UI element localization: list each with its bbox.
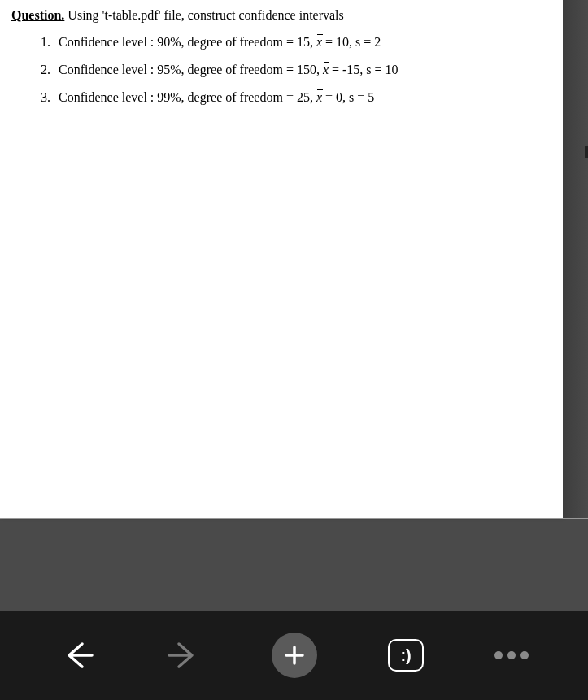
xbar-symbol: x — [323, 60, 329, 80]
list-text: Confidence level : 99%, degree of freedo… — [59, 88, 551, 107]
xbar-symbol: x — [316, 33, 322, 52]
list-item: 1. Confidence level : 90%, degree of fre… — [41, 33, 551, 52]
back-button[interactable] — [59, 637, 95, 673]
list-text: Confidence level : 95%, degree of freedo… — [59, 60, 551, 80]
list-text: Confidence level : 90%, degree of freedo… — [59, 33, 551, 52]
list-number: 1. — [41, 33, 59, 52]
list-number: 3. — [41, 88, 59, 107]
question-prompt: Using 't-table.pdf' file, construct conf… — [68, 8, 343, 22]
edge-line — [563, 215, 588, 215]
more-icon — [494, 651, 529, 659]
edge-mark — [585, 146, 588, 158]
more-button[interactable] — [494, 651, 529, 659]
page-edge — [563, 0, 588, 518]
smiley-icon: :) — [388, 639, 424, 672]
add-button[interactable] — [272, 633, 317, 678]
separator — [0, 518, 588, 519]
document-page: Question. Using 't-table.pdf' file, cons… — [0, 0, 563, 518]
bottom-toolbar: :) — [0, 611, 588, 700]
forward-button[interactable] — [166, 637, 202, 673]
reaction-button[interactable]: :) — [388, 639, 424, 672]
list-item: 3. Confidence level : 99%, degree of fre… — [41, 88, 551, 107]
arrow-left-icon — [59, 637, 95, 673]
xbar-symbol: x — [316, 88, 322, 107]
plus-icon — [272, 633, 317, 678]
list-item: 2. Confidence level : 95%, degree of fre… — [41, 60, 551, 80]
question-list: 1. Confidence level : 90%, degree of fre… — [11, 33, 551, 107]
question-header: Question. Using 't-table.pdf' file, cons… — [11, 8, 551, 23]
list-number: 2. — [41, 60, 59, 80]
arrow-right-icon — [166, 637, 202, 673]
question-label: Question. — [11, 8, 64, 22]
